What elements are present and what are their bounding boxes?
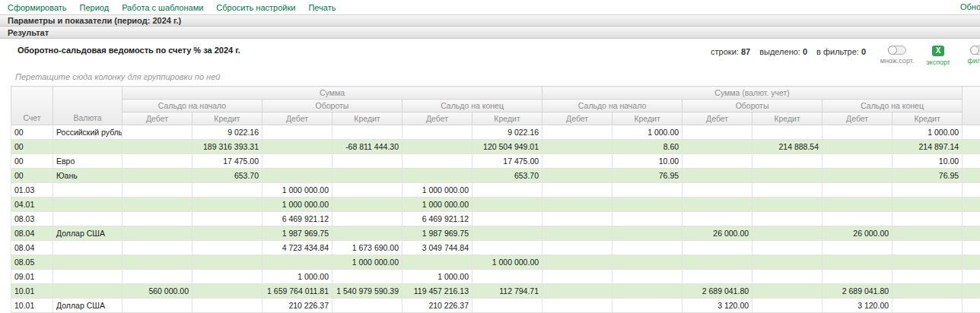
col-header-debit[interactable]: Дебет [822, 112, 892, 125]
cell-value[interactable] [822, 154, 892, 169]
cell-value[interactable] [192, 198, 262, 212]
cell-account[interactable]: 01.03 [11, 183, 53, 198]
cell-value[interactable]: 3 049 744.84 [402, 241, 473, 255]
cell-value[interactable] [473, 198, 542, 212]
cell-currency[interactable] [53, 284, 123, 299]
cell-value[interactable]: 1 000 000.00 [262, 183, 332, 198]
cell-value[interactable]: 210 226.37 [402, 299, 473, 313]
cell-value[interactable] [332, 226, 402, 241]
cell-value[interactable] [752, 299, 822, 313]
cell-currency[interactable] [53, 198, 123, 212]
cell-value[interactable] [192, 255, 262, 270]
cell-value[interactable] [332, 270, 402, 284]
cell-value[interactable] [332, 183, 402, 198]
col-header-debit[interactable]: Дебет [682, 112, 752, 125]
cell-value[interactable] [682, 255, 752, 270]
menu-item-print[interactable]: Печать [308, 3, 336, 12]
cell-value[interactable] [123, 183, 192, 198]
cell-value[interactable]: 120 504 949.01 [473, 140, 542, 154]
col-group-sum[interactable]: Сумма [123, 87, 542, 100]
cell-value[interactable] [752, 255, 822, 270]
cell-value[interactable] [192, 270, 262, 284]
cell-value[interactable] [332, 154, 402, 169]
cell-value[interactable] [542, 140, 612, 154]
cell-account[interactable]: 04.01 [11, 198, 53, 212]
cell-value[interactable] [262, 154, 332, 169]
cell-value[interactable] [822, 241, 892, 255]
cell-value[interactable] [262, 140, 332, 154]
cell-value[interactable] [402, 125, 473, 140]
table-row[interactable]: 08.04Доллар США1 987 969.751 987 969.752… [11, 226, 980, 241]
cell-account[interactable]: 08.04 [11, 226, 53, 241]
cell-value[interactable] [332, 125, 402, 140]
filter-toggle[interactable] [970, 46, 980, 55]
cell-currency[interactable]: Юань [53, 169, 123, 183]
cell-value[interactable] [402, 154, 473, 169]
cell-value[interactable] [123, 226, 192, 241]
col-header-debit[interactable]: Дебет [123, 112, 192, 125]
cell-value[interactable] [473, 241, 542, 255]
cell-account[interactable]: 00 [11, 169, 53, 183]
cell-value[interactable]: 6 469 921.12 [262, 212, 332, 226]
cell-value[interactable] [402, 140, 473, 154]
cell-account[interactable]: 08.03 [11, 212, 53, 226]
cell-account[interactable]: 08.04 [11, 241, 53, 255]
cell-value[interactable]: 112 794.71 [473, 284, 542, 299]
cell-value[interactable]: 3 120.00 [682, 299, 752, 313]
menu-item-refresh[interactable]: Обновить [960, 2, 980, 11]
cell-value[interactable]: 653.70 [192, 169, 262, 183]
cell-value[interactable] [262, 255, 332, 270]
cell-value[interactable]: 653.70 [473, 169, 542, 183]
table-row[interactable]: 01.031 000 000.001 000 000.00 [11, 183, 980, 198]
col-header-debit[interactable]: Дебет [402, 112, 473, 125]
cell-value[interactable] [892, 241, 963, 255]
cell-value[interactable] [123, 299, 192, 313]
cell-value[interactable] [473, 212, 542, 226]
col-group-opening-balance[interactable]: Сальдо на начало [123, 100, 262, 112]
cell-value[interactable] [892, 226, 963, 241]
cell-value[interactable] [473, 270, 542, 284]
cell-value[interactable] [192, 299, 262, 313]
cell-value[interactable] [542, 299, 612, 313]
table-row[interactable]: 08.036 469 921.126 469 921.12 [11, 212, 980, 226]
cell-value[interactable] [612, 270, 682, 284]
cell-value[interactable] [682, 212, 752, 226]
cell-value[interactable]: -68 811 444.30 [332, 140, 402, 154]
cell-value[interactable] [612, 212, 682, 226]
cell-value[interactable] [752, 241, 822, 255]
cell-account[interactable]: 09.01 [11, 270, 53, 284]
cell-value[interactable]: 214 888.54 [752, 140, 822, 154]
cell-value[interactable] [752, 212, 822, 226]
cell-account[interactable]: 00 [11, 125, 53, 140]
cell-value[interactable] [752, 169, 822, 183]
cell-value[interactable] [892, 212, 963, 226]
cell-value[interactable] [542, 226, 612, 241]
cell-value[interactable]: 1 000 000.00 [402, 183, 473, 198]
cell-value[interactable] [682, 125, 752, 140]
cell-value[interactable]: 189 316 393.31 [192, 140, 262, 154]
cell-value[interactable] [822, 125, 892, 140]
cell-value[interactable]: 10.00 [892, 154, 963, 169]
cell-value[interactable] [332, 299, 402, 313]
cell-value[interactable]: 17 475.00 [473, 154, 542, 169]
cell-value[interactable] [123, 270, 192, 284]
cell-value[interactable] [892, 198, 963, 212]
menu-item-reset-settings[interactable]: Сбросить настройки [216, 3, 295, 12]
cell-value[interactable] [123, 241, 192, 255]
cell-value[interactable] [123, 212, 192, 226]
result-section-header[interactable]: Результат [0, 27, 980, 39]
cell-value[interactable]: 9 022.16 [473, 125, 542, 140]
cell-value[interactable] [542, 169, 612, 183]
table-row[interactable]: 10.01Доллар США210 226.37210 226.373 120… [11, 299, 980, 313]
table-row[interactable]: 08.044 723 434.841 673 690.003 049 744.8… [11, 241, 980, 255]
cell-value[interactable] [192, 212, 262, 226]
cell-value[interactable] [892, 284, 963, 299]
cell-currency[interactable]: Евро [53, 154, 123, 169]
menu-item-templates[interactable]: Работа с шаблонами [122, 3, 203, 12]
col-header-currency[interactable]: Валюта [53, 87, 123, 125]
cell-value[interactable] [332, 198, 402, 212]
cell-value[interactable] [123, 140, 192, 154]
cell-value[interactable]: 4 723 434.84 [262, 241, 332, 255]
cell-account[interactable]: 10.01 [11, 299, 53, 313]
cell-value[interactable]: 1 987 969.75 [402, 226, 473, 241]
